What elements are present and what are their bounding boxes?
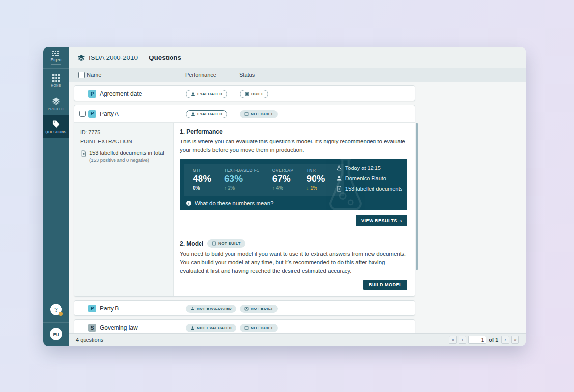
view-results-button[interactable]: VIEW RESULTS ›	[356, 215, 407, 226]
evaluation-author-text: Domenico Flauto	[345, 175, 386, 181]
header-divider	[143, 53, 144, 62]
person-icon	[190, 307, 195, 311]
brand-logo[interactable]: Eigen	[43, 47, 69, 69]
metric-delta: ↓ 1%	[306, 185, 325, 191]
status-pill-not-built: NOT BUILT	[240, 305, 278, 313]
grid-icon	[52, 74, 60, 82]
metric-delta: ↑ 4%	[272, 185, 294, 191]
metric-gti: GTI 48% 0%	[193, 168, 211, 196]
question-row-governing-law[interactable]: S Governing law NOT EVALUATED	[74, 319, 415, 333]
question-row-party-a[interactable]: P Party A EVALUATED	[74, 105, 415, 123]
model-section-title: 2. Model	[180, 240, 203, 247]
row-checkbox[interactable]	[79, 111, 86, 117]
metrics-help-link[interactable]: What do these numbers mean?	[186, 200, 273, 206]
sidebar-item-home[interactable]: HOME	[43, 69, 69, 92]
avatar-wrap: EU	[43, 322, 69, 346]
sidebar-item-project-label: PROJECT	[43, 107, 69, 111]
page-title: Questions	[149, 54, 181, 61]
question-row-party-b[interactable]: P Party B NOT EVALUATED	[74, 300, 415, 316]
layers-icon	[52, 97, 60, 105]
metric-value: 90%	[306, 173, 325, 184]
column-header-name[interactable]: Name	[87, 72, 101, 78]
metric-delta: 0%	[193, 185, 211, 191]
sidebar-spacer	[43, 138, 69, 304]
metric-value: 63%	[224, 173, 259, 184]
metrics-help-text: What do these numbers mean?	[195, 200, 273, 206]
page-number-input[interactable]	[468, 336, 486, 344]
evaluation-time: Today at 12:15	[336, 165, 402, 171]
user-avatar[interactable]: EU	[50, 328, 62, 340]
column-header-performance[interactable]: Performance	[185, 72, 216, 78]
performance-pill-label: EVALUATED	[197, 112, 222, 116]
model-box-icon	[244, 307, 249, 311]
brand-name: Eigen	[43, 57, 69, 62]
first-page-button[interactable]: «	[449, 336, 457, 344]
list-scrollbar[interactable]	[416, 123, 418, 270]
last-page-button[interactable]: »	[511, 336, 519, 344]
status-pill-label: NOT BUILT	[251, 112, 273, 116]
metric-value: 67%	[272, 173, 294, 184]
question-detail-panel: ID: 7775 POINT EXTRACTION 153 labelled d…	[74, 123, 174, 296]
flask-icon	[336, 165, 342, 171]
model-box-icon	[244, 326, 249, 330]
question-id: ID: 7775	[80, 129, 169, 135]
person-icon	[191, 92, 195, 96]
question-name: Agreement date	[100, 90, 142, 97]
performance-pill-label: NOT EVALUATED	[197, 307, 232, 311]
app-window: Eigen HOME PROJ	[43, 47, 526, 346]
metric-text-based-f1: TEXT-BASED F1 63% ↑ 2%	[224, 168, 259, 196]
section-divider	[180, 233, 407, 233]
question-sections: 1. Performance This is where you can eva…	[174, 123, 415, 296]
model-status-pill-not-built: NOT BUILT	[207, 239, 245, 248]
next-page-button[interactable]: ›	[501, 336, 509, 344]
person-icon	[190, 326, 195, 330]
extraction-type: POINT EXTRACTION	[80, 139, 169, 144]
performance-pill-label: NOT EVALUATED	[197, 326, 232, 330]
performance-pill-label: EVALUATED	[197, 92, 222, 96]
help-button[interactable]: ?	[50, 304, 62, 315]
model-section-description: You need to build your model if you want…	[180, 250, 407, 275]
question-type-badge: P	[88, 90, 96, 98]
question-name: Party B	[100, 305, 119, 312]
build-model-button[interactable]: BUILD MODEL	[363, 280, 407, 290]
previous-page-button[interactable]: ‹	[459, 336, 466, 344]
model-box-icon	[244, 112, 249, 116]
sidebar-item-questions-label: QUESTIONS	[43, 130, 69, 134]
model-box-icon	[245, 92, 249, 96]
questions-list: P Agreement date EVALUATED	[69, 82, 526, 333]
question-count: 4 questions	[76, 337, 103, 343]
document-icon	[336, 186, 342, 192]
sidebar-item-project[interactable]: PROJECT	[43, 92, 69, 115]
tag-icon	[52, 120, 60, 128]
metric-label: TNR	[306, 168, 325, 173]
select-all-checkbox[interactable]	[78, 72, 85, 78]
chevron-right-icon: ›	[400, 218, 402, 224]
evaluation-meta: Today at 12:15 Domenico Flauto	[336, 165, 402, 192]
question-row-party-a-expanded: P Party A EVALUATED	[74, 105, 415, 297]
help-notification-badge	[59, 312, 63, 316]
question-type-badge: S	[88, 324, 96, 332]
breadcrumb-project[interactable]: ISDA 2000-2010	[89, 54, 138, 61]
question-type-badge: P	[88, 110, 96, 118]
performance-pill-evaluated: EVALUATED	[186, 90, 227, 98]
desktop-background: Eigen HOME PROJ	[0, 0, 574, 392]
model-status-pill-label: NOT BUILT	[218, 241, 241, 246]
evaluation-time-text: Today at 12:15	[345, 165, 381, 171]
help-question-mark: ?	[54, 306, 58, 313]
question-row-agreement-date[interactable]: P Agreement date EVALUATED	[74, 85, 415, 101]
eigen-logo-icon	[52, 51, 60, 56]
performance-pill-evaluated: EVALUATED	[186, 110, 227, 118]
metric-overlap: OVERLAP 67% ↑ 4%	[272, 168, 294, 196]
page-header: ISDA 2000-2010 Questions	[69, 47, 526, 68]
page-total-label: of 1	[489, 337, 498, 343]
metric-label: OVERLAP	[272, 168, 294, 173]
labelled-docs-total: 153 labelled documents in total	[89, 149, 164, 156]
question-name: Party A	[100, 111, 119, 117]
sidebar-item-questions[interactable]: QUESTIONS	[43, 115, 69, 138]
metrics-panel: GTI 48% 0% TEXT-BASED F1 63% ↑ 2%	[184, 164, 344, 196]
column-header-status[interactable]: Status	[239, 72, 255, 78]
evaluation-doc-count: 153 labelled documents	[336, 186, 402, 192]
person-icon	[336, 175, 342, 181]
question-type-badge: P	[88, 305, 96, 312]
person-icon	[191, 112, 195, 116]
